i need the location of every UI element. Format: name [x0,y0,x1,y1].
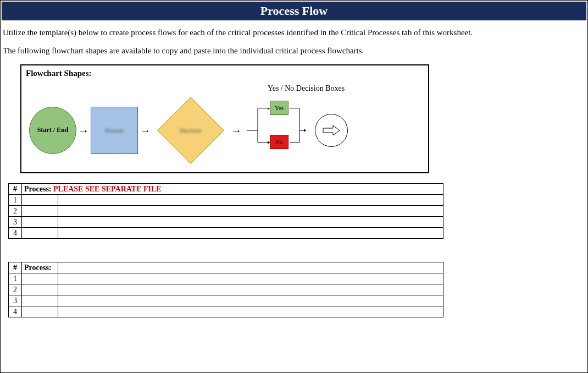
table-cell[interactable] [22,273,58,284]
arrow-icon: → [229,124,243,137]
table-cell[interactable] [58,195,443,206]
table-cell[interactable] [22,206,58,217]
decision-shape: Decision [152,97,229,163]
row-num: 1 [9,273,22,284]
svg-marker-2 [304,129,306,132]
shapes-title: Flowchart Shapes: [26,69,424,78]
flowchart-shapes-box: Flowchart Shapes: Yes / No Decision Boxe… [20,64,429,173]
table-cell[interactable] [22,284,58,295]
table-cell[interactable] [22,228,58,239]
table-cell[interactable] [58,273,443,284]
table-cell[interactable] [58,306,443,317]
row-num: 1 [9,195,22,206]
arrow-icon: → [76,124,91,137]
table-cell[interactable] [22,195,58,206]
instruction-1: Utilize the template(s) below to create … [1,21,587,40]
decision-boxes-label: Yes / No Decision Boxes [268,84,345,93]
no-box: No [270,135,289,149]
blur-text: Decision [180,127,201,134]
num-header: # [9,184,22,195]
table-cell[interactable] [22,295,58,306]
row-num: 3 [9,217,22,228]
yes-no-group: Yes No [243,97,309,163]
process-table-2: # Process: 1 2 3 4 [8,262,443,317]
process-header: Process: [22,262,58,273]
yes-box: Yes [270,101,289,115]
row-num: 3 [9,295,22,306]
row-num: 4 [9,228,22,239]
start-end-shape: Start / End [29,107,76,154]
row-num: 2 [9,206,22,217]
table-cell[interactable] [22,217,58,228]
connector-lines-icon [247,108,307,158]
process-header-label: Process: [24,185,52,193]
table-cell[interactable] [58,284,443,295]
process-shape: Process [91,107,138,154]
table-cell[interactable] [58,228,443,239]
connector-shape [315,114,348,147]
process-header: Process: PLEASE SEE SEPARATE FILE [22,184,443,195]
shape-row: Start / End → Process → Decision → Yes N… [29,97,348,163]
blur-text: Process [105,127,124,134]
table-cell[interactable] [22,306,58,317]
table-cell[interactable] [58,295,443,306]
row-num: 4 [9,306,22,317]
right-arrow-icon [322,125,341,136]
row-num: 2 [9,284,22,295]
arrow-icon: → [138,124,152,137]
process-note: PLEASE SEE SEPARATE FILE [53,185,162,193]
num-header: # [9,262,22,273]
table-cell[interactable] [58,262,443,273]
process-table-1: # Process: PLEASE SEE SEPARATE FILE 1 2 … [8,183,443,239]
table-cell[interactable] [58,206,443,217]
page-title: Process Flow [2,2,586,20]
table-cell[interactable] [58,217,443,228]
instruction-2: The following flowchart shapes are avail… [1,40,587,58]
